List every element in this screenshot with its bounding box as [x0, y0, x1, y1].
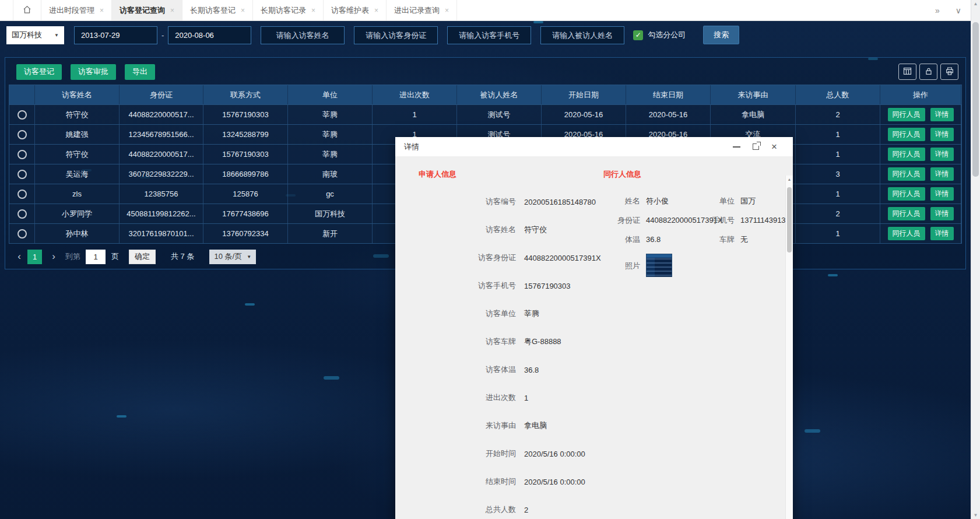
applicant-field-row: 访客单位莘腾 — [419, 300, 601, 328]
modal-title: 详情 — [404, 142, 419, 152]
goto-page-input[interactable] — [86, 250, 106, 264]
tab-item[interactable]: 长期访客登记× — [182, 0, 253, 20]
visitor-id-input[interactable] — [354, 26, 438, 44]
branch-checkbox[interactable]: ✓ — [633, 30, 643, 40]
modal-title-bar[interactable]: 详情 × — [395, 137, 793, 156]
row-radio-cell — [9, 204, 35, 223]
tabs-collapse-icon[interactable]: ∨ — [956, 6, 961, 15]
companions-button[interactable]: 同行人员 — [888, 187, 925, 201]
tab-label: 长期访客记录 — [261, 5, 306, 16]
cell-phone: 125876 — [203, 184, 288, 204]
row-radio[interactable] — [17, 130, 27, 139]
field-value: 36.8 — [646, 235, 710, 244]
goto-confirm-button[interactable]: 确定 — [129, 250, 156, 264]
table-header-cell: 总人数 — [796, 85, 880, 104]
print-icon — [945, 66, 954, 78]
visitor-register-button[interactable]: 访客登记 — [16, 64, 62, 80]
maximize-icon[interactable] — [753, 143, 759, 150]
companions-button[interactable]: 同行人员 — [888, 227, 925, 240]
field-value: 符守佼 — [524, 225, 547, 235]
page-size-select[interactable]: 10 条/页 ▼ — [209, 250, 256, 264]
end-date-input[interactable] — [168, 26, 251, 44]
scroll-down-icon[interactable]: ▼ — [971, 513, 980, 518]
row-radio[interactable] — [17, 170, 27, 179]
row-actions-cell: 同行人员详情 — [880, 105, 961, 124]
current-page-button[interactable]: 1 — [27, 250, 42, 264]
tabs-overflow-icon[interactable]: » — [935, 6, 940, 15]
close-icon[interactable]: × — [771, 142, 777, 152]
goto-page-label: 到第 — [65, 251, 80, 262]
details-button[interactable]: 详情 — [930, 128, 954, 141]
field-label: 访客手机号 — [419, 280, 516, 291]
details-button[interactable]: 详情 — [930, 108, 954, 121]
companion-photo-thumbnail[interactable] — [646, 254, 672, 277]
tab-item[interactable]: 访客登记查询× — [112, 0, 182, 20]
field-label: 照片 — [603, 261, 646, 271]
tab-bar-tools: » ∨ — [935, 0, 971, 20]
companions-button[interactable]: 同行人员 — [888, 148, 925, 161]
companions-button[interactable]: 同行人员 — [888, 108, 925, 121]
companion-field-row: 体温36.8车牌无 — [603, 230, 779, 249]
scroll-up-icon[interactable]: ▲ — [971, 1, 980, 6]
field-value: 符小俊 — [646, 196, 710, 206]
tab-item[interactable]: 长期访客记录× — [253, 0, 324, 20]
prev-page-icon[interactable]: ‹ — [13, 251, 25, 262]
tab-close-icon[interactable]: × — [241, 6, 245, 15]
row-actions-cell: 同行人员详情 — [880, 125, 961, 144]
cell-company: 莘腾 — [288, 105, 373, 124]
applicant-field-row: 总共人数2 — [419, 496, 601, 519]
row-radio[interactable] — [17, 150, 27, 159]
tab-close-icon[interactable]: × — [445, 6, 449, 15]
print-button[interactable] — [940, 64, 958, 80]
tab-close-icon[interactable]: × — [374, 6, 378, 15]
lock-button[interactable] — [919, 64, 937, 80]
companions-button[interactable]: 同行人员 — [888, 128, 925, 141]
tab-item[interactable]: 进出时段管理× — [41, 0, 112, 20]
companions-button[interactable]: 同行人员 — [888, 167, 925, 181]
tab-item[interactable]: 访客维护表× — [324, 0, 387, 20]
row-radio[interactable] — [17, 229, 27, 239]
tab-close-icon[interactable]: × — [100, 6, 104, 15]
table-header-cell: 开始日期 — [542, 85, 626, 104]
scroll-up-icon[interactable]: ▲ — [786, 177, 793, 181]
page-scrollbar-thumb[interactable] — [972, 22, 979, 177]
search-button[interactable]: 搜索 — [703, 26, 739, 44]
modal-scrollbar-thumb[interactable] — [787, 187, 792, 253]
tab-item[interactable]: 进出记录查询× — [387, 0, 457, 20]
details-button[interactable]: 详情 — [930, 227, 954, 240]
details-button[interactable]: 详情 — [930, 207, 954, 220]
export-button[interactable]: 导出 — [125, 64, 155, 80]
columns-button[interactable] — [898, 64, 916, 80]
caret-down-icon: ▼ — [247, 254, 251, 260]
visitor-name-input[interactable] — [261, 26, 345, 44]
visitee-name-input[interactable] — [540, 26, 624, 44]
field-label: 访客车牌 — [419, 336, 516, 347]
row-radio[interactable] — [17, 209, 27, 219]
details-button[interactable]: 详情 — [930, 187, 954, 201]
background-streak — [117, 415, 127, 418]
next-page-icon[interactable]: › — [48, 251, 59, 262]
details-button[interactable]: 详情 — [930, 148, 954, 161]
page-scrollbar[interactable]: ▲ ▼ — [971, 0, 980, 519]
row-radio[interactable] — [17, 190, 27, 199]
table-header-cell: 操作 — [880, 85, 961, 104]
lock-icon — [924, 66, 933, 78]
start-date-input[interactable] — [74, 26, 157, 44]
cell-phone: 13760792334 — [203, 224, 288, 243]
table-header-radio — [9, 85, 35, 104]
tab-close-icon[interactable]: × — [170, 6, 174, 15]
companions-button[interactable]: 同行人员 — [888, 207, 925, 220]
field-value: 2 — [524, 506, 528, 514]
tab-home[interactable] — [13, 0, 41, 20]
minimize-icon[interactable] — [733, 146, 740, 148]
visitor-phone-input[interactable] — [447, 26, 531, 44]
tab-label: 进出记录查询 — [394, 5, 440, 16]
row-radio[interactable] — [17, 110, 27, 120]
visitor-approve-button[interactable]: 访客审批 — [71, 64, 116, 80]
modal-scrollbar[interactable]: ▲ — [785, 176, 793, 519]
cell-company: 莘腾 — [288, 125, 373, 144]
cell-id-card: 44088220000517... — [120, 145, 203, 164]
details-button[interactable]: 详情 — [930, 167, 954, 181]
tab-close-icon[interactable]: × — [311, 6, 315, 15]
company-select[interactable]: 国万科技 ▼ — [6, 26, 64, 44]
